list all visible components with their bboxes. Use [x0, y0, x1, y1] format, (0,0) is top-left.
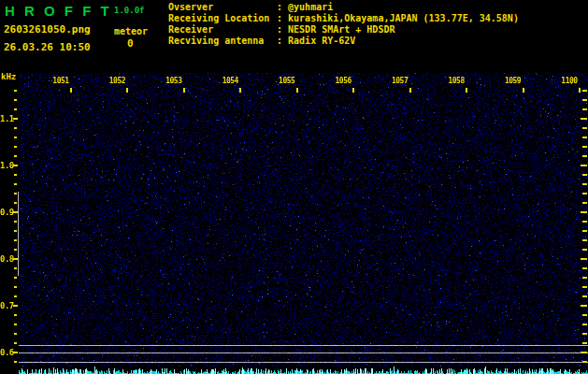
- freq-tick-mark-right: [582, 267, 587, 269]
- station-info-row: Recviving antenna: Radix RY-62V: [168, 36, 519, 47]
- freq-tick-mark-right: [582, 127, 587, 129]
- info-label: Recviving antenna: [168, 36, 277, 47]
- freq-tick-mark-right: [582, 230, 587, 232]
- hrofft-window: H R O F F T 1.0.0f 2603261050.png meteor…: [0, 0, 588, 374]
- time-tick-mark: [126, 88, 128, 93]
- freq-tick-mark-right: [582, 342, 587, 344]
- time-tick-mark: [523, 88, 524, 93]
- time-tick-mark: [409, 88, 411, 93]
- time-tick-label: 1056: [330, 77, 356, 85]
- time-tick-label: 1058: [443, 77, 469, 85]
- freq-tick-mark-right: [582, 277, 587, 279]
- freq-tick-label: 1.1: [0, 114, 12, 123]
- station-info: Ovserver: @yuhmari Receiving Location: k…: [168, 2, 519, 47]
- time-tick-label: 1051: [48, 77, 74, 85]
- freq-tick-mark-left: [14, 295, 17, 297]
- freq-tick-mark-left: [14, 286, 17, 288]
- time-tick-mark: [352, 88, 354, 93]
- freq-tick-mark-right: [582, 314, 587, 316]
- time-tick-label: 1100: [556, 77, 582, 85]
- app-title: H R O F F T: [5, 3, 112, 19]
- freq-tick-mark-right: [582, 324, 587, 325]
- info-sep: :: [277, 24, 282, 35]
- freq-tick-mark-right: [582, 108, 587, 110]
- freq-tick-mark-right: [581, 305, 587, 307]
- info-sep: :: [277, 2, 282, 12]
- time-tick-label: 1057: [387, 77, 413, 85]
- freq-tick-mark-left: [14, 108, 17, 110]
- freq-tick-mark-right: [582, 295, 587, 297]
- freq-tick-mark-right: [582, 99, 587, 101]
- freq-tick-mark-left: [14, 324, 17, 325]
- station-info-row: Receiver: NESDR SMArt + HDSDR: [168, 24, 519, 36]
- time-tick-mark: [239, 88, 241, 93]
- info-label: Receiver: [168, 24, 277, 36]
- freq-tick-mark-left: [14, 230, 17, 232]
- capture-timestamp: 26.03.26 10:50: [4, 41, 91, 53]
- freq-tick-mark-left: [14, 183, 17, 185]
- count-band-marker: [18, 192, 19, 276]
- freq-tick-mark-left: [14, 239, 17, 241]
- freq-tick-mark-right: [582, 249, 587, 251]
- freq-tick-mark-right: [581, 165, 587, 166]
- station-info-row: Ovserver: @yuhmari: [168, 2, 519, 13]
- freq-tick-mark-right: [582, 90, 587, 92]
- capture-filename: 2603261050.png: [4, 23, 91, 36]
- freq-tick-label: 0.9: [0, 208, 12, 217]
- spectrogram-canvas: [19, 73, 588, 374]
- info-sep: :: [277, 13, 282, 23]
- freq-tick-mark-left: [14, 146, 17, 148]
- time-tick-label: 1059: [500, 77, 526, 85]
- freq-tick-mark-right: [582, 361, 587, 363]
- freq-tick-mark-left: [14, 221, 17, 223]
- info-value: @yuhmari: [288, 2, 333, 12]
- freq-unit-label: kHz: [1, 72, 16, 81]
- time-tick-mark: [579, 88, 581, 93]
- freq-tick-mark-right: [581, 352, 587, 353]
- freq-tick-mark-left: [14, 277, 17, 279]
- freq-tick-mark-left: [14, 361, 17, 363]
- freq-tick-label: 1.0: [0, 161, 12, 170]
- station-info-row: Receiving Location: kurashiki,Okayama,JA…: [168, 13, 519, 24]
- freq-tick-mark-left: [14, 342, 17, 344]
- time-tick-label: 1052: [104, 77, 130, 85]
- time-tick-mark: [466, 88, 467, 93]
- time-tick-mark: [183, 88, 185, 93]
- time-tick-label: 1054: [217, 77, 243, 85]
- freq-tick-mark-right: [582, 146, 587, 148]
- app-version: 1.0.0f: [114, 6, 145, 15]
- freq-tick-mark-right: [582, 333, 587, 335]
- info-sep: :: [277, 36, 282, 46]
- info-value: NESDR SMArt + HDSDR: [288, 24, 394, 35]
- freq-tick-mark-right: [582, 183, 587, 185]
- freq-tick-mark-left: [14, 267, 17, 269]
- freq-tick-mark-right: [582, 155, 587, 157]
- freq-tick-mark-right: [581, 211, 587, 213]
- time-tick-mark: [70, 88, 72, 93]
- freq-tick-mark-left: [14, 155, 17, 157]
- freq-tick-mark-left: [14, 127, 17, 129]
- freq-tick-mark-left: [14, 137, 17, 138]
- freq-tick-mark-right: [581, 258, 587, 260]
- info-label: Receiving Location: [168, 13, 277, 24]
- info-value: kurashiki,Okayama,JAPAN (133.77E, 34.58N…: [288, 13, 519, 23]
- info-value: Radix RY-62V: [288, 36, 355, 46]
- freq-tick-mark-left: [14, 333, 17, 335]
- time-tick-label: 1055: [274, 77, 300, 85]
- time-tick-mark: [296, 88, 298, 93]
- freq-tick-mark-right: [582, 286, 587, 288]
- freq-tick-mark-right: [581, 118, 587, 120]
- freq-tick-label: 0.7: [0, 301, 12, 310]
- freq-tick-mark-left: [14, 174, 17, 176]
- freq-tick-mark-left: [14, 193, 17, 194]
- freq-tick-mark-right: [582, 193, 587, 194]
- freq-tick-mark-left: [14, 99, 17, 101]
- freq-tick-mark-right: [582, 137, 587, 138]
- freq-tick-mark-left: [14, 314, 17, 316]
- freq-tick-mark-left: [14, 202, 17, 204]
- freq-tick-mark-left: [14, 249, 17, 251]
- meteor-count-label: meteor: [114, 26, 148, 36]
- time-tick-label: 1053: [161, 77, 187, 85]
- freq-tick-mark-right: [582, 202, 587, 204]
- freq-tick-mark-right: [582, 239, 587, 241]
